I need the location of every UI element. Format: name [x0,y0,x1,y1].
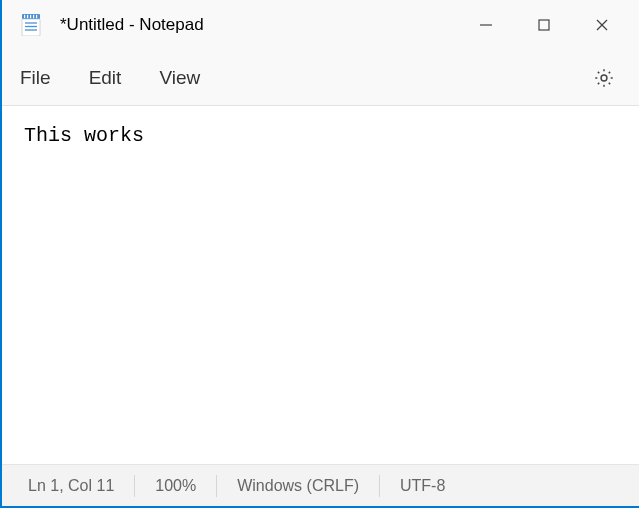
status-line-ending[interactable]: Windows (CRLF) [217,477,379,495]
status-zoom[interactable]: 100% [135,477,216,495]
svg-rect-3 [30,15,31,18]
text-editor[interactable]: This works [2,106,639,464]
status-encoding[interactable]: UTF-8 [380,477,465,495]
svg-rect-11 [539,20,549,30]
svg-rect-2 [27,15,28,18]
menu-file[interactable]: File [20,67,51,89]
notepad-app-icon [20,14,42,36]
svg-rect-4 [33,15,34,18]
menu-edit[interactable]: Edit [89,67,122,89]
close-button[interactable] [573,5,631,45]
window-title: *Untitled - Notepad [60,15,204,35]
window-controls [457,5,631,45]
menu-view[interactable]: View [159,67,200,89]
titlebar: *Untitled - Notepad [2,0,639,50]
settings-button[interactable] [587,61,621,95]
maximize-button[interactable] [515,5,573,45]
minimize-button[interactable] [457,5,515,45]
menubar: File Edit View [2,50,639,106]
statusbar: Ln 1, Col 11 100% Windows (CRLF) UTF-8 [2,464,639,506]
svg-rect-5 [36,15,37,18]
svg-rect-6 [22,19,40,36]
svg-rect-1 [24,15,25,18]
status-cursor-position: Ln 1, Col 11 [16,477,134,495]
svg-point-14 [601,75,607,81]
